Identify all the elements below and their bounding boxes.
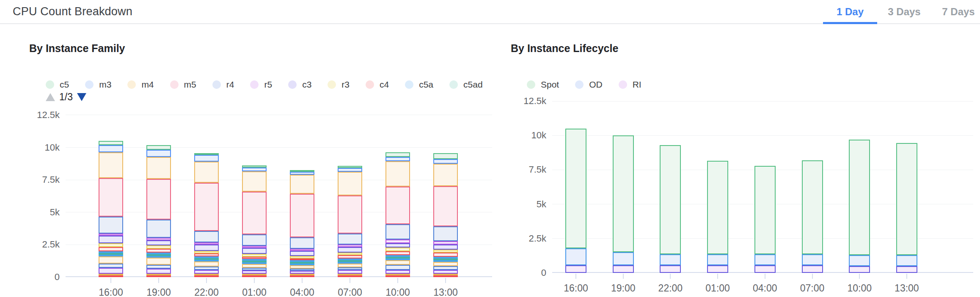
- legend-label: r4: [226, 80, 234, 90]
- header: CPU Count Breakdown 1 Day3 Days7 Days: [0, 0, 980, 24]
- y-axis-tick-label: 5k: [508, 199, 546, 210]
- x-axis-tick-label: 04:00: [753, 283, 777, 294]
- tab-7-days[interactable]: 7 Days: [931, 0, 980, 23]
- tab-1-day[interactable]: 1 Day: [823, 0, 877, 23]
- legend-item-m5[interactable]: m5: [170, 80, 196, 90]
- x-axis-tick: [765, 274, 765, 279]
- legend-item-c5ad[interactable]: c5ad: [449, 80, 483, 90]
- bar-segment-m5: [99, 178, 123, 216]
- gridline: [66, 180, 492, 180]
- bar-segment-r4: [146, 220, 171, 238]
- x-axis-tick: [445, 278, 446, 283]
- tab-3-days[interactable]: 3 Days: [877, 0, 931, 23]
- legend-item-m3[interactable]: m3: [85, 80, 111, 90]
- legend-item-r4[interactable]: r4: [212, 80, 234, 90]
- gridline: [66, 212, 492, 212]
- x-axis-tick: [397, 278, 398, 283]
- bar-segment-c4: [433, 253, 458, 256]
- lifecycle-legend: SpotODRI: [527, 80, 658, 90]
- bar-segment-c3: [242, 248, 267, 254]
- y-axis-tick-label: 12.5k: [22, 110, 60, 121]
- bar-segment-OD: [754, 254, 776, 265]
- bar-segment-r4: [99, 217, 123, 234]
- x-axis-tick: [906, 274, 907, 279]
- bar-segment-c3: [290, 251, 314, 256]
- bar-segment-RI: [802, 265, 823, 273]
- family-legend: c5m3m4m5r4r5c3r3c4c5ac5ad: [46, 80, 499, 90]
- legend-page-up-icon[interactable]: [46, 93, 55, 101]
- bar-segment-other-3: [242, 270, 267, 274]
- bar-segment-r5: [433, 241, 458, 245]
- stacked-bar-07:00: [338, 166, 362, 277]
- gridline: [66, 245, 492, 245]
- bar-segment-r3: [146, 245, 171, 249]
- x-axis-tick-label: 04:00: [290, 287, 314, 297]
- bar-segment-other-4: [99, 264, 123, 268]
- legend-label: c4: [380, 80, 389, 90]
- bar-segment-OD: [802, 254, 823, 265]
- legend-item-r3[interactable]: r3: [328, 80, 350, 90]
- legend-swatch-icon: [250, 80, 259, 89]
- legend-pager: 1/3: [46, 91, 86, 103]
- lifecycle-chart-title: By Instance Lifecycle: [511, 42, 618, 55]
- bar-segment-m3: [194, 155, 219, 161]
- stacked-bar-10:00: [385, 152, 410, 277]
- bar-segment-other-1: [146, 275, 171, 277]
- legend-item-c4[interactable]: c4: [366, 80, 389, 90]
- bar-segment-r4: [385, 224, 410, 240]
- stacked-bar-22:00: [194, 153, 219, 277]
- stacked-bar-16:00: [99, 141, 123, 277]
- legend-item-c3[interactable]: c3: [288, 80, 311, 90]
- bar-segment-r4: [194, 231, 219, 243]
- bar-segment-other-1: [338, 275, 362, 277]
- legend-item-ri[interactable]: RI: [619, 80, 641, 90]
- stacked-bar-19:00: [146, 145, 171, 277]
- x-axis-tick-label: 22:00: [658, 283, 683, 294]
- legend-item-spot[interactable]: Spot: [527, 80, 559, 90]
- legend-item-c5a[interactable]: c5a: [405, 80, 433, 90]
- bar-segment-other-1: [194, 275, 219, 277]
- bar-segment-m3: [385, 157, 410, 161]
- legend-label: OD: [589, 80, 603, 90]
- stacked-bar-16:00: [565, 129, 586, 273]
- bar-segment-OD: [896, 255, 917, 266]
- legend-swatch-icon: [85, 80, 94, 89]
- bar-segment-other-3: [385, 270, 410, 274]
- bar-segment-r4: [338, 234, 362, 245]
- bar-segment-m4: [99, 152, 123, 178]
- gridline: [66, 147, 492, 148]
- legend-page-indicator: 1/3: [59, 91, 73, 103]
- bar-segment-other-5: [433, 262, 458, 267]
- bar-segment-m4: [338, 172, 362, 195]
- lifecycle-bar-chart: 02.5k5k7.5k10k12.5k16:0019:0022:0001:000…: [552, 97, 973, 273]
- y-axis-tick-label: 2.5k: [508, 233, 546, 244]
- bar-segment-RI: [754, 265, 776, 273]
- legend-swatch-icon: [575, 80, 584, 89]
- bar-segment-c3: [433, 245, 458, 250]
- bar-segment-r3: [385, 248, 410, 251]
- bar-segment-other-5: [194, 261, 219, 267]
- x-axis-tick: [350, 278, 350, 283]
- legend-item-c5[interactable]: c5: [46, 80, 69, 90]
- bar-segment-c3: [194, 245, 219, 251]
- legend-item-m4[interactable]: m4: [127, 80, 154, 90]
- bar-segment-Spot: [754, 166, 776, 254]
- legend-label: c5ad: [463, 80, 483, 90]
- bar-segment-r3: [433, 250, 458, 253]
- x-axis-tick-label: 01:00: [242, 287, 267, 297]
- x-axis-tick-label: 10:00: [847, 283, 872, 294]
- legend-page-down-icon[interactable]: [77, 93, 86, 101]
- legend-item-od[interactable]: OD: [575, 80, 603, 90]
- bar-segment-OD: [565, 248, 586, 266]
- legend-item-r5[interactable]: r5: [250, 80, 272, 90]
- x-axis-tick-label: 10:00: [385, 287, 410, 297]
- legend-label: r3: [341, 80, 350, 90]
- bar-segment-c4: [338, 255, 362, 258]
- bar-segment-other-4: [338, 267, 362, 270]
- bar-segment-other-1: [290, 275, 314, 277]
- x-axis-tick-label: 13:00: [433, 287, 458, 297]
- stacked-bar-19:00: [613, 135, 634, 273]
- legend-swatch-icon: [288, 80, 297, 89]
- stacked-bar-13:00: [896, 143, 917, 273]
- gridline: [552, 101, 973, 102]
